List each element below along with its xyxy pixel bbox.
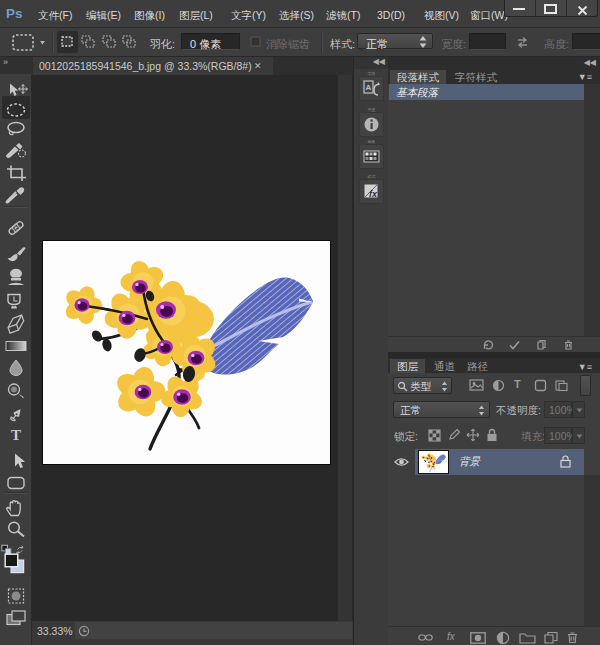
svg-text:fx: fx	[369, 189, 378, 199]
svg-text:A: A	[366, 83, 372, 92]
